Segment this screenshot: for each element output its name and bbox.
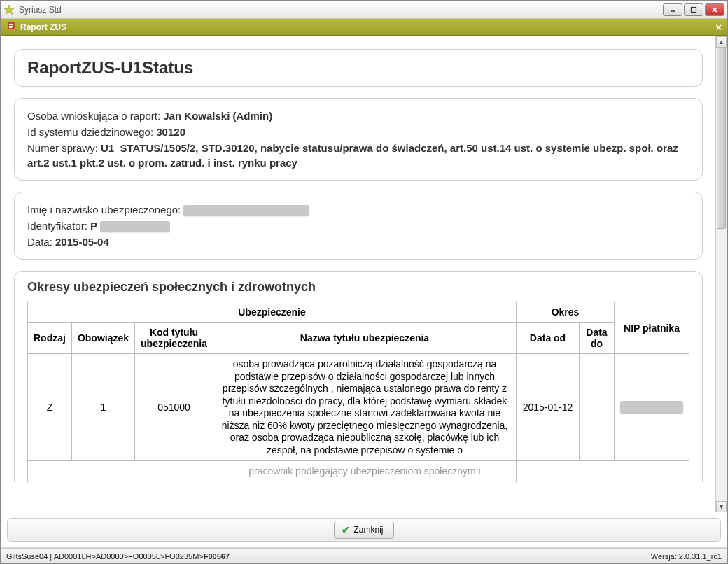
svg-rect-6 xyxy=(9,24,13,25)
window-controls xyxy=(663,3,724,16)
panel-requester: Osoba wnioskująca o raport: Jan Kowalski… xyxy=(14,98,703,181)
table-header-row-1: Ubezpieczenie Okres NIP płatnika xyxy=(28,302,690,323)
cell-data-do xyxy=(580,354,615,461)
version-value: 2.0.31.1_rc1 xyxy=(679,552,722,561)
table-row-partial: pracownik podlegający ubezpieczeniom spo… xyxy=(28,461,690,482)
version-label: Wersja: xyxy=(651,552,679,561)
periods-table: Ubezpieczenie Okres NIP płatnika Rodzaj … xyxy=(27,302,690,482)
check-icon: ✔ xyxy=(342,524,350,535)
table-row: Z 1 051000 osoba prowadząca pozarolniczą… xyxy=(28,354,690,461)
panel-insured: Imię i nazwisko ubezpieczonego: Identyfi… xyxy=(14,192,703,260)
cell-rodzaj: Z xyxy=(28,354,72,461)
col-nazwa: Nazwa tytułu ubezpieczenia xyxy=(213,323,516,354)
col-ubezpieczenie: Ubezpieczenie xyxy=(28,302,517,323)
insured-date-line: Data: 2015-05-04 xyxy=(27,234,690,249)
status-path-current: F00567 xyxy=(204,552,230,561)
redacted-id xyxy=(100,221,170,232)
col-nip: NIP płatnika xyxy=(615,302,690,354)
report-icon xyxy=(6,21,16,33)
col-kod: Kod tytułu ubezpieczenia xyxy=(135,323,214,354)
scroll-up-arrow[interactable]: ▲ xyxy=(716,36,727,48)
requester-value: Jan Kowalski (Admin) xyxy=(163,110,272,122)
section-title: Okresy ubezpieczeń społecznych i zdrowot… xyxy=(27,280,690,295)
cell-kod: 051000 xyxy=(135,354,214,461)
app-window: Syriusz Std Raport ZUS × RaportZUS-U1Sta… xyxy=(0,0,728,564)
requester-label: Osoba wnioskująca o raport: xyxy=(27,110,163,122)
case-no-line: Numer sprawy: U1_STATUS/1505/2, STD.3012… xyxy=(27,141,690,170)
minimize-button[interactable] xyxy=(663,3,682,16)
statusbar: GlitsSuse04 | AD0001LH>AD0000>FO0005L>FO… xyxy=(1,548,727,563)
maximize-button[interactable] xyxy=(684,3,704,16)
col-obowiazek: Obowiązek xyxy=(71,323,134,354)
case-no-value: U1_STATUS/1505/2, STD.30120, nabycie sta… xyxy=(27,142,678,169)
status-path-prefix: AD0001LH>AD0000>FO0005L>FO0235M> xyxy=(54,552,204,561)
insured-date-label: Data: xyxy=(27,236,55,248)
col-rodzaj: Rodzaj xyxy=(28,323,72,354)
tab-close-icon[interactable]: × xyxy=(715,21,722,33)
svg-rect-2 xyxy=(692,7,696,12)
system-id-label: Id systemu dziedzinowego: xyxy=(27,126,156,138)
scroll-thumb[interactable] xyxy=(717,48,726,229)
cell-partial: pracownik podlegający ubezpieczeniom spo… xyxy=(213,461,516,482)
titlebar: Syriusz Std xyxy=(1,1,727,19)
redacted-name xyxy=(183,205,309,216)
scroll-track[interactable] xyxy=(716,48,727,501)
panel-title: RaportZUS-U1Status xyxy=(14,49,703,87)
insured-id-prefix: P xyxy=(90,220,97,232)
insured-name-line: Imię i nazwisko ubezpieczonego: xyxy=(27,202,690,217)
col-data-do: Data do xyxy=(580,323,615,354)
vertical-scrollbar[interactable]: ▲ ▼ xyxy=(715,36,727,512)
insured-name-label: Imię i nazwisko ubezpieczonego: xyxy=(27,204,183,216)
case-no-label: Numer sprawy: xyxy=(27,142,101,154)
button-bar: ✔ Zamknij xyxy=(7,518,721,542)
insured-id-line: Identyfikator: P xyxy=(27,218,690,233)
cell-nip xyxy=(615,354,690,461)
table-header-row-2: Rodzaj Obowiązek Kod tytułu ubezpieczeni… xyxy=(28,323,690,354)
svg-rect-8 xyxy=(9,27,12,28)
col-okres: Okres xyxy=(517,302,615,323)
status-version: Wersja: 2.0.31.1_rc1 xyxy=(651,552,722,561)
insured-id-label: Identyfikator: xyxy=(27,220,90,232)
status-host: GlitsSuse04 xyxy=(6,552,48,561)
svg-marker-0 xyxy=(4,5,14,15)
status-path: GlitsSuse04 | AD0001LH>AD0000>FO0005L>FO… xyxy=(6,552,651,561)
cell-nazwa: osoba prowadząca pozarolniczą działalnoś… xyxy=(213,354,516,461)
window-title: Syriusz Std xyxy=(19,5,663,15)
panel-periods: Okresy ubezpieczeń społecznych i zdrowot… xyxy=(14,271,703,482)
report-title: RaportZUS-U1Status xyxy=(27,58,690,78)
close-button[interactable]: ✔ Zamknij xyxy=(334,521,393,539)
svg-rect-7 xyxy=(9,26,13,27)
close-button-label: Zamknij xyxy=(354,525,383,535)
cell-data-od: 2015-01-12 xyxy=(517,354,580,461)
redacted-nip xyxy=(620,401,683,414)
col-data-od: Data od xyxy=(517,323,580,354)
app-icon xyxy=(4,4,15,15)
content-area: RaportZUS-U1Status Osoba wnioskująca o r… xyxy=(1,36,727,548)
cell-obowiazek: 1 xyxy=(71,354,134,461)
close-window-button[interactable] xyxy=(705,3,724,16)
tab-title: Raport ZUS xyxy=(20,22,66,32)
insured-date-value: 2015-05-04 xyxy=(55,236,109,248)
system-id-line: Id systemu dziedzinowego: 30120 xyxy=(27,125,690,139)
tab-header: Raport ZUS × xyxy=(1,19,727,36)
requester-line: Osoba wnioskująca o raport: Jan Kowalski… xyxy=(27,108,690,123)
scroll-container: RaportZUS-U1Status Osoba wnioskująca o r… xyxy=(1,36,715,512)
system-id-value: 30120 xyxy=(156,126,186,138)
scroll-down-arrow[interactable]: ▼ xyxy=(716,501,727,512)
